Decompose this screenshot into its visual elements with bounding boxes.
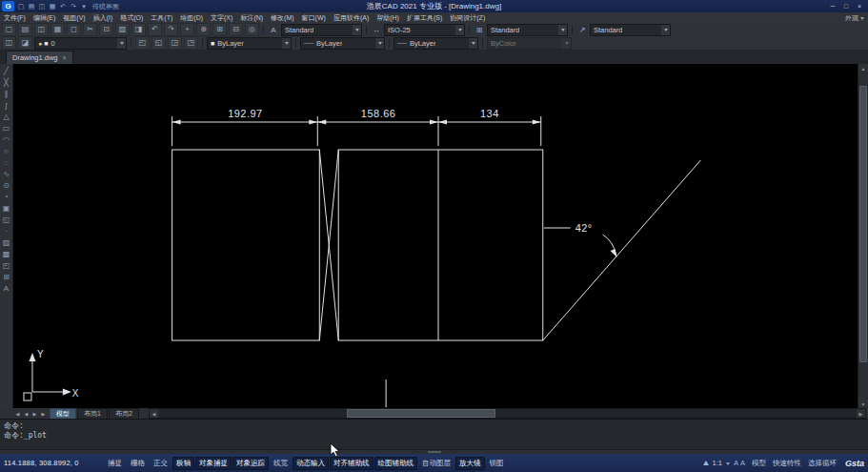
- scroll-right-icon[interactable]: ▶: [857, 409, 865, 418]
- tab-layout2[interactable]: 布局2: [109, 408, 139, 420]
- app-logo-icon[interactable]: G: [2, 1, 14, 11]
- menu-modify[interactable]: 修改(M): [267, 12, 298, 23]
- zoom-realtime-icon[interactable]: ⊕: [196, 23, 211, 36]
- zoom-extents-icon[interactable]: ◎: [245, 23, 259, 36]
- model-space-button[interactable]: 模型: [749, 458, 769, 469]
- dimension-extension-lines[interactable]: [172, 116, 541, 146]
- lock-drawing-toggle[interactable]: 锁图: [486, 457, 508, 470]
- redo-icon[interactable]: ↷: [164, 23, 178, 36]
- arc-icon[interactable]: ◠: [1, 134, 11, 145]
- dropdown-arrow-icon[interactable]: [558, 25, 567, 35]
- command-window[interactable]: 命令: 命令:_plot: [0, 419, 868, 454]
- annotation-autoscale-icon[interactable]: A: [740, 459, 745, 467]
- mleader-style-icon[interactable]: ↗: [576, 24, 588, 35]
- grid-toggle[interactable]: 栅格: [127, 457, 149, 470]
- dropdown-arrow-icon[interactable]: [117, 38, 126, 49]
- magnifier-toggle[interactable]: 放大镜: [455, 457, 485, 470]
- menu-window[interactable]: 窗口(W): [298, 12, 330, 23]
- dim-style-icon[interactable]: ↔: [371, 24, 382, 35]
- align-guides-toggle[interactable]: 对齐辅助线: [330, 457, 373, 470]
- linetype-control-dropdown[interactable]: ── ByLayer: [300, 37, 385, 50]
- first-layout-icon[interactable]: ◀: [13, 409, 22, 418]
- dropdown-arrow-icon[interactable]: [661, 25, 670, 35]
- save-icon[interactable]: ◫: [34, 23, 49, 36]
- text-style-dropdown[interactable]: Standard: [281, 24, 362, 36]
- new-icon[interactable]: ▢: [2, 23, 16, 36]
- text-style-icon[interactable]: A: [268, 24, 279, 35]
- minimize-button[interactable]: ─: [826, 1, 839, 11]
- layer-states-icon[interactable]: ◪: [18, 36, 32, 50]
- drafting-guides-toggle[interactable]: 绘图辅助线: [374, 457, 418, 470]
- mleader-style-dropdown[interactable]: Standard: [590, 24, 671, 36]
- ellipse-icon[interactable]: ⊙: [1, 180, 11, 191]
- dimension-text-2[interactable]: 158.66: [361, 108, 396, 119]
- dynamic-input-toggle[interactable]: 动态输入: [293, 457, 329, 470]
- layer-isolate-icon[interactable]: ◳: [184, 36, 198, 50]
- mtext-icon[interactable]: A: [1, 283, 11, 294]
- left-rectangle[interactable]: [172, 150, 320, 340]
- tab-close-icon[interactable]: ×: [63, 54, 67, 61]
- menu-view[interactable]: 视图(V): [59, 12, 89, 23]
- menu-express-tools[interactable]: 扩展工具(S): [403, 12, 446, 23]
- angled-line[interactable]: [543, 160, 701, 340]
- spline-icon[interactable]: ∿: [1, 169, 11, 179]
- rectangle-icon[interactable]: ▭: [1, 123, 11, 133]
- dropdown-arrow-icon[interactable]: [469, 38, 477, 49]
- dimension-lines[interactable]: [172, 120, 541, 125]
- quick-properties-button[interactable]: 快速特性: [770, 458, 804, 469]
- plot-icon[interactable]: ▦: [50, 23, 65, 36]
- horizontal-scroll-track[interactable]: [158, 409, 857, 418]
- multiline-icon[interactable]: ∥: [1, 89, 11, 99]
- horizontal-scrollbar[interactable]: ◀ ▶: [149, 408, 866, 419]
- qat-dropdown-icon[interactable]: ▾: [79, 1, 89, 11]
- table-style-icon[interactable]: ⊞: [474, 24, 485, 35]
- construction-line-icon[interactable]: ╳: [1, 77, 11, 88]
- prev-layout-icon[interactable]: ◀: [22, 409, 30, 418]
- insert-block-icon[interactable]: ▣: [1, 203, 11, 214]
- polygon-icon[interactable]: △: [1, 112, 11, 122]
- tab-layout1[interactable]: 布局1: [77, 408, 108, 420]
- angle-dimension[interactable]: 42°: [544, 222, 617, 257]
- snap-toggle[interactable]: 捕捉: [104, 457, 126, 470]
- menu-file[interactable]: 文件(F): [0, 12, 30, 23]
- qat-undo-icon[interactable]: ↶: [58, 1, 68, 11]
- dim-style-dropdown[interactable]: ISO-25: [384, 24, 465, 36]
- maximize-button[interactable]: □: [839, 1, 853, 11]
- zoom-window-icon[interactable]: ⊞: [212, 23, 227, 36]
- document-tab[interactable]: Drawing1.dwg ×: [6, 51, 73, 64]
- menu-collaboration[interactable]: 协同设计(Z): [446, 12, 489, 23]
- dropdown-arrow-icon[interactable]: [375, 38, 384, 49]
- make-object-layer-current-icon[interactable]: ◰: [135, 36, 150, 50]
- revision-cloud-icon[interactable]: ◌: [1, 157, 11, 168]
- match-properties-icon[interactable]: ◨: [131, 23, 146, 36]
- otrack-toggle[interactable]: 对象追踪: [232, 457, 269, 470]
- open-icon[interactable]: ▤: [18, 23, 32, 36]
- line-icon[interactable]: ╱: [1, 66, 11, 76]
- right-rectangle[interactable]: [338, 150, 543, 340]
- menu-dimension[interactable]: 标注(N): [236, 12, 267, 23]
- undo-icon[interactable]: ↶: [148, 23, 162, 36]
- close-button[interactable]: ×: [853, 1, 866, 11]
- qat-print-icon[interactable]: ▦: [48, 1, 57, 11]
- qat-new-icon[interactable]: ▢: [16, 1, 26, 11]
- pan-icon[interactable]: +: [180, 23, 194, 36]
- annotation-visibility-icon[interactable]: A: [734, 459, 738, 467]
- dropdown-arrow-icon[interactable]: [455, 25, 464, 35]
- region-icon[interactable]: ◰: [1, 260, 11, 271]
- menu-applications[interactable]: 应用软件(A): [330, 12, 373, 23]
- plot-preview-icon[interactable]: ◻: [67, 23, 81, 36]
- menu-insert[interactable]: 插入(I): [90, 12, 117, 23]
- vertical-scrollbar[interactable]: ▲ ▼: [858, 64, 868, 408]
- layer-walk-icon[interactable]: ◲: [168, 36, 182, 50]
- qat-redo-icon[interactable]: ↷: [69, 1, 78, 11]
- drawing-canvas[interactable]: 192.97 158.66 134 42°: [13, 64, 858, 408]
- layer-previous-icon[interactable]: ◱: [151, 36, 166, 50]
- table-style-dropdown[interactable]: Standard: [487, 24, 568, 36]
- next-layout-icon[interactable]: ▶: [30, 409, 39, 418]
- menu-format[interactable]: 格式(O): [116, 12, 147, 23]
- angle-text[interactable]: 42°: [575, 222, 593, 234]
- selection-cycling-button[interactable]: 选择循环: [805, 458, 839, 469]
- scroll-up-icon[interactable]: ▲: [858, 64, 868, 72]
- vertical-scroll-track[interactable]: [858, 72, 868, 400]
- osnap-toggle[interactable]: 对象捕捉: [195, 457, 232, 470]
